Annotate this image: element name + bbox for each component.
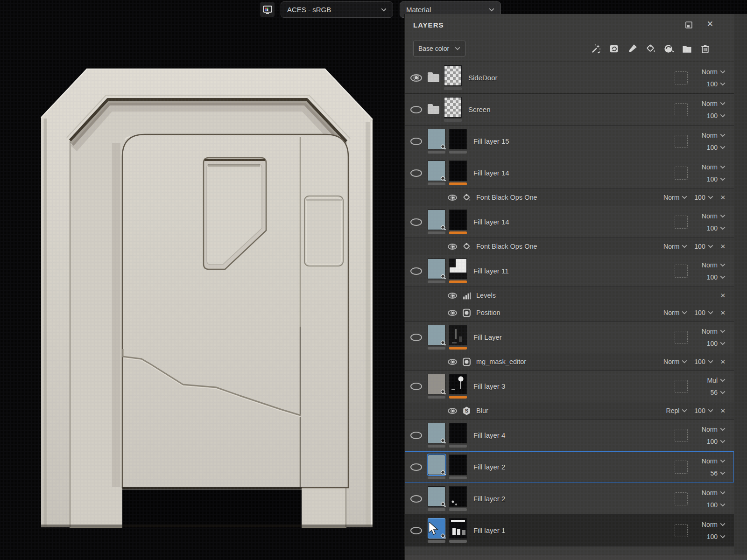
remove-effect-icon[interactable]: ✕ [720, 407, 726, 414]
mask-thumbnail[interactable] [449, 259, 467, 283]
visibility-toggle[interactable] [410, 138, 422, 145]
material-scope-indicator[interactable] [675, 524, 688, 537]
blend-mode-dropdown[interactable]: Norm [702, 489, 726, 497]
layer-row[interactable]: Fill layer 3 Mul 56 [405, 371, 734, 402]
material-scope-indicator[interactable] [675, 103, 688, 116]
layer-row[interactable]: Fill layer 14 Norm 100 [405, 206, 734, 238]
opacity-dropdown[interactable]: 100 [707, 144, 726, 151]
blend-mode-dropdown[interactable]: Norm [702, 328, 726, 335]
remove-effect-icon[interactable]: ✕ [720, 358, 726, 365]
fill-thumbnail[interactable] [428, 210, 445, 234]
add-folder-button[interactable] [682, 43, 692, 54]
mask-thumbnail[interactable] [449, 161, 467, 185]
effect-row[interactable]: S Blur Repl 100 ✕ [405, 402, 734, 420]
opacity-dropdown[interactable]: 100 [707, 224, 726, 232]
blend-mode-dropdown[interactable]: Norm [702, 457, 726, 465]
fill-thumbnail[interactable] [428, 161, 445, 185]
visibility-toggle[interactable] [410, 432, 422, 439]
material-scope-indicator[interactable] [675, 216, 688, 229]
visibility-toggle[interactable] [410, 218, 422, 226]
layer-row[interactable]: Fill layer 11 Norm 100 [405, 255, 734, 287]
material-scope-indicator[interactable] [675, 429, 688, 442]
mask-thumbnail[interactable] [449, 518, 467, 543]
material-scope-indicator[interactable] [675, 71, 688, 84]
channel-selector-dropdown[interactable]: Base color [413, 41, 465, 56]
opacity-dropdown[interactable]: 100 [707, 175, 726, 183]
mask-thumbnail[interactable] [449, 325, 467, 350]
blend-mode-dropdown[interactable]: Norm [702, 163, 726, 171]
visibility-toggle[interactable] [410, 527, 422, 534]
effect-row[interactable]: Font Black Ops One Norm 100 ✕ [405, 238, 734, 255]
add-effect-button[interactable] [591, 43, 601, 54]
fill-thumbnail[interactable] [428, 129, 445, 154]
effect-blend-dropdown[interactable]: Repl [666, 407, 688, 414]
mask-thumbnail[interactable] [449, 486, 467, 511]
effect-blend-dropdown[interactable]: Norm [663, 194, 687, 201]
layer-row[interactable]: Fill layer 4 Norm 100 [405, 420, 734, 451]
fill-thumbnail[interactable] [428, 423, 445, 448]
visibility-toggle[interactable] [410, 334, 422, 341]
delete-layer-button[interactable] [700, 43, 711, 54]
fill-thumbnail[interactable] [428, 259, 445, 283]
visibility-toggle[interactable] [410, 169, 422, 177]
effect-blend-dropdown[interactable]: Norm [663, 358, 687, 365]
effect-opacity-dropdown[interactable]: 100 [694, 309, 713, 316]
effect-row[interactable]: Levels ✕ [405, 287, 734, 304]
fill-thumbnail[interactable] [428, 325, 445, 350]
effect-row[interactable]: mg_mask_editor Norm 100 ✕ [405, 353, 734, 371]
fill-thumbnail[interactable] [428, 374, 445, 399]
visibility-toggle[interactable] [410, 74, 422, 82]
material-scope-indicator[interactable] [675, 461, 688, 474]
visibility-toggle[interactable] [448, 195, 457, 201]
display-settings-button[interactable] [260, 2, 275, 17]
material-scope-indicator[interactable] [675, 331, 688, 344]
effect-blend-dropdown[interactable]: Norm [663, 243, 687, 250]
color-profile-dropdown[interactable]: ACES - sRGB [281, 1, 393, 18]
effect-row[interactable]: Font Black Ops One Norm 100 ✕ [405, 189, 734, 206]
blend-mode-dropdown[interactable]: Norm [702, 426, 726, 433]
mask-thumbnail[interactable] [449, 129, 467, 154]
opacity-dropdown[interactable]: 100 [707, 80, 726, 88]
visibility-toggle[interactable] [448, 244, 457, 250]
material-scope-indicator[interactable] [675, 492, 688, 505]
opacity-dropdown[interactable]: 100 [707, 501, 726, 509]
visibility-toggle[interactable] [448, 310, 457, 316]
mask-thumbnail[interactable] [449, 455, 467, 479]
material-scope-indicator[interactable] [675, 380, 688, 393]
effect-blend-dropdown[interactable]: Norm [663, 309, 687, 316]
visibility-toggle[interactable] [410, 383, 422, 390]
group-thumbnail[interactable] [444, 65, 462, 90]
visibility-toggle[interactable] [410, 495, 422, 503]
effect-opacity-dropdown[interactable]: 100 [694, 194, 713, 201]
opacity-dropdown[interactable]: 56 [710, 389, 726, 396]
mask-thumbnail[interactable] [449, 210, 467, 234]
dock-icon[interactable] [685, 21, 693, 29]
visibility-toggle[interactable] [410, 106, 422, 113]
layer-row[interactable]: Fill layer 2 Norm 56 [405, 451, 734, 483]
blend-mode-dropdown[interactable]: Norm [702, 132, 726, 139]
layer-row[interactable]: Fill layer 15 Norm 100 [405, 126, 734, 157]
remove-effect-icon[interactable]: ✕ [720, 292, 726, 299]
blend-mode-dropdown[interactable]: Mul [707, 377, 726, 384]
effect-opacity-dropdown[interactable]: 100 [694, 243, 713, 250]
effect-opacity-dropdown[interactable]: 100 [694, 358, 713, 365]
blend-mode-dropdown[interactable]: Norm [702, 521, 726, 528]
layer-row[interactable]: Fill layer 14 Norm 100 [405, 157, 734, 189]
material-scope-indicator[interactable] [675, 265, 688, 278]
effect-row[interactable]: Position Norm 100 ✕ [405, 304, 734, 322]
effect-opacity-dropdown[interactable]: 100 [694, 407, 713, 414]
visibility-toggle[interactable] [448, 408, 457, 414]
mask-thumbnail[interactable] [449, 423, 467, 448]
opacity-dropdown[interactable]: 100 [707, 533, 726, 540]
remove-effect-icon[interactable]: ✕ [720, 243, 726, 250]
opacity-dropdown[interactable]: 100 [707, 273, 726, 281]
remove-effect-icon[interactable]: ✕ [720, 194, 726, 201]
fill-thumbnail[interactable] [428, 486, 445, 511]
opacity-dropdown[interactable]: 56 [710, 469, 726, 477]
visibility-toggle[interactable] [448, 359, 457, 365]
viewport-3d[interactable] [0, 0, 404, 560]
blend-mode-dropdown[interactable]: Norm [702, 212, 726, 220]
layer-row[interactable]: Fill layer 2 Norm 100 [405, 483, 734, 515]
opacity-dropdown[interactable]: 100 [707, 112, 726, 119]
opacity-dropdown[interactable]: 100 [707, 438, 726, 445]
